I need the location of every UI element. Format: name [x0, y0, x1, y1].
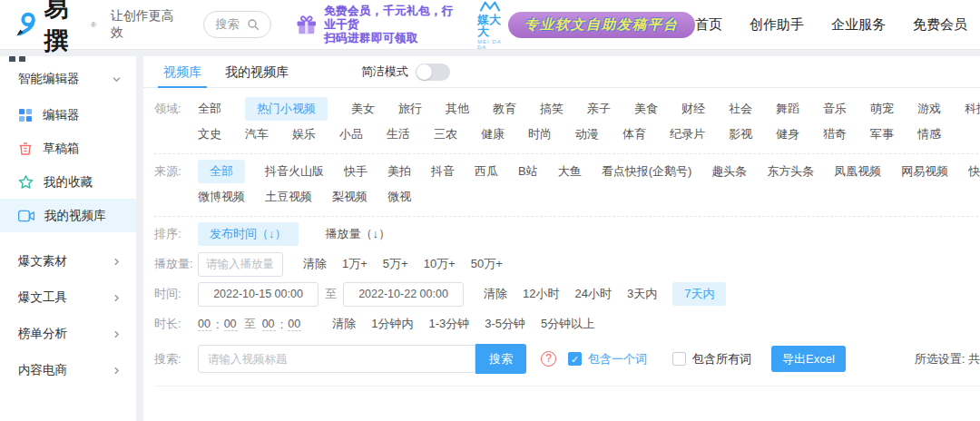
- category-chip[interactable]: 社会: [729, 96, 752, 122]
- search-button[interactable]: 搜索: [475, 344, 526, 374]
- source-chip[interactable]: 网易视频: [901, 159, 948, 184]
- duration-to-min-input[interactable]: [262, 318, 276, 331]
- category-chip[interactable]: 游戏: [917, 96, 941, 122]
- category-chip[interactable]: 体育: [622, 122, 646, 147]
- category-chip[interactable]: 其他: [446, 96, 469, 122]
- plays-option[interactable]: 5万+: [383, 251, 408, 277]
- duration-from-min-input[interactable]: [198, 318, 211, 331]
- include-one-word-checkbox[interactable]: ✓ 包含一个词: [568, 351, 647, 367]
- sidebar-item-editor[interactable]: 编辑器: [0, 98, 136, 132]
- source-chip[interactable]: B站: [518, 159, 538, 184]
- source-chip[interactable]: 微博视频: [198, 184, 245, 210]
- time-to-input[interactable]: [343, 282, 464, 307]
- category-chip[interactable]: 生活: [387, 122, 410, 147]
- source-chip[interactable]: 梨视频: [332, 184, 368, 210]
- time-from-input[interactable]: [198, 282, 318, 307]
- category-chip[interactable]: 娱乐: [292, 122, 316, 147]
- sidebar-item-favorites[interactable]: 我的收藏: [0, 165, 136, 199]
- category-chip[interactable]: 财经: [681, 96, 705, 122]
- category-chip[interactable]: 纪录片: [670, 122, 705, 147]
- source-chip[interactable]: 凤凰视频: [834, 159, 881, 184]
- category-chip[interactable]: 美食: [634, 96, 658, 122]
- sidebar-section-ecommerce[interactable]: 内容电商: [0, 352, 136, 388]
- sidebar-section-hot-materials[interactable]: 爆文素材: [0, 243, 136, 279]
- nav-item[interactable]: 免费会员: [913, 16, 967, 34]
- sort-chip[interactable]: 播放量（↓）: [326, 221, 391, 247]
- nav-item[interactable]: 企业服务: [831, 16, 886, 34]
- category-chip[interactable]: 旅行: [398, 96, 422, 122]
- promo-group-banner[interactable]: 免费会员，千元礼包，行业干货 扫码进群即可领取: [295, 5, 465, 45]
- duration-option[interactable]: 1-3分钟: [428, 311, 469, 337]
- time-option[interactable]: 清除: [484, 281, 507, 307]
- duration-option[interactable]: 5分钟以上: [541, 311, 594, 337]
- export-excel-button[interactable]: 导出Excel: [771, 346, 846, 372]
- video-title-search-input[interactable]: [198, 345, 475, 373]
- source-chip[interactable]: 趣头条: [711, 159, 747, 184]
- source-chip[interactable]: 抖音火山版: [265, 159, 324, 184]
- category-chip[interactable]: 文史: [198, 122, 221, 147]
- plays-option[interactable]: 清除: [303, 251, 327, 277]
- duration-to-sec-input[interactable]: [288, 318, 301, 331]
- question-icon[interactable]: ?: [541, 351, 556, 367]
- source-chip[interactable]: 抖音: [431, 159, 455, 184]
- sidebar-section-rankings[interactable]: 榜单分析: [0, 316, 136, 352]
- category-chip[interactable]: 科技: [965, 96, 980, 122]
- category-chip[interactable]: 影视: [729, 122, 752, 147]
- plays-option[interactable]: 1万+: [342, 251, 368, 277]
- time-option[interactable]: 7天内: [672, 282, 726, 306]
- category-chip[interactable]: 猎奇: [823, 122, 847, 147]
- time-option[interactable]: 3天内: [627, 281, 657, 307]
- source-chip[interactable]: 土豆视频: [265, 184, 312, 210]
- source-chip[interactable]: 全部: [198, 160, 245, 183]
- category-chip[interactable]: 音乐: [823, 96, 847, 122]
- category-chip[interactable]: 动漫: [575, 122, 599, 147]
- category-chip[interactable]: 军事: [870, 122, 894, 147]
- include-all-words-checkbox[interactable]: 包含所有词: [672, 351, 751, 367]
- source-chip[interactable]: 美拍: [387, 159, 411, 184]
- duration-option[interactable]: 清除: [332, 311, 356, 337]
- category-chip[interactable]: 情感: [917, 122, 941, 147]
- source-chip[interactable]: 西瓜: [475, 159, 498, 184]
- nav-item[interactable]: 创作助手: [750, 16, 804, 34]
- category-chip[interactable]: 三农: [434, 122, 457, 147]
- duration-option[interactable]: 3-5分钟: [485, 311, 525, 337]
- category-chip[interactable]: 搞笑: [540, 96, 564, 122]
- category-chip[interactable]: 小品: [339, 122, 363, 147]
- sort-chip[interactable]: 发布时间（↓）: [198, 222, 299, 246]
- sidebar-item-my-video-library[interactable]: 我的视频库: [0, 199, 136, 232]
- promo-media-banner[interactable]: 媒大大 MEI DA DA 专业软文自助发稿平台: [477, 0, 695, 50]
- tab-video-library[interactable]: 视频库: [163, 56, 201, 88]
- category-chip[interactable]: 汽车: [245, 122, 269, 147]
- logo[interactable]: 易撰 ®: [15, 0, 96, 57]
- simple-mode-toggle[interactable]: [416, 64, 450, 81]
- source-chip[interactable]: 快视频: [968, 159, 980, 184]
- category-chip[interactable]: 舞蹈: [776, 96, 799, 122]
- time-option[interactable]: 12小时: [523, 281, 559, 307]
- sidebar-group-smart-editor[interactable]: 智能编辑器: [0, 56, 136, 98]
- source-chip[interactable]: 看点快报(企鹅号): [602, 159, 692, 184]
- header-search[interactable]: 搜索: [203, 11, 272, 38]
- source-chip[interactable]: 东方头条: [767, 159, 814, 184]
- duration-from-sec-input[interactable]: [224, 318, 238, 331]
- source-chip[interactable]: 快手: [344, 159, 368, 184]
- category-chip[interactable]: 健康: [481, 122, 505, 147]
- nav-item[interactable]: 首页: [695, 16, 722, 34]
- sidebar-section-hot-tools[interactable]: 爆文工具: [0, 279, 136, 316]
- time-option[interactable]: 24小时: [574, 281, 611, 307]
- source-chip[interactable]: 微视: [387, 184, 411, 210]
- sidebar-item-drafts[interactable]: 草稿箱: [0, 132, 136, 165]
- plays-input[interactable]: [198, 252, 283, 277]
- category-chip[interactable]: 亲子: [587, 96, 611, 122]
- category-chip[interactable]: 健身: [776, 122, 799, 147]
- category-chip[interactable]: 全部: [198, 96, 221, 122]
- plays-option[interactable]: 50万+: [471, 251, 503, 277]
- tab-my-video-library[interactable]: 我的视频库: [225, 56, 289, 88]
- plays-option[interactable]: 10万+: [424, 251, 456, 277]
- source-chip[interactable]: 大鱼: [558, 159, 582, 184]
- duration-option[interactable]: 1分钟内: [371, 311, 413, 337]
- category-chip[interactable]: 教育: [493, 96, 516, 122]
- category-chip[interactable]: 热门小视频: [245, 97, 328, 121]
- category-chip[interactable]: 时尚: [528, 122, 552, 147]
- category-chip[interactable]: 萌宠: [870, 96, 894, 122]
- category-chip[interactable]: 美女: [351, 96, 375, 122]
